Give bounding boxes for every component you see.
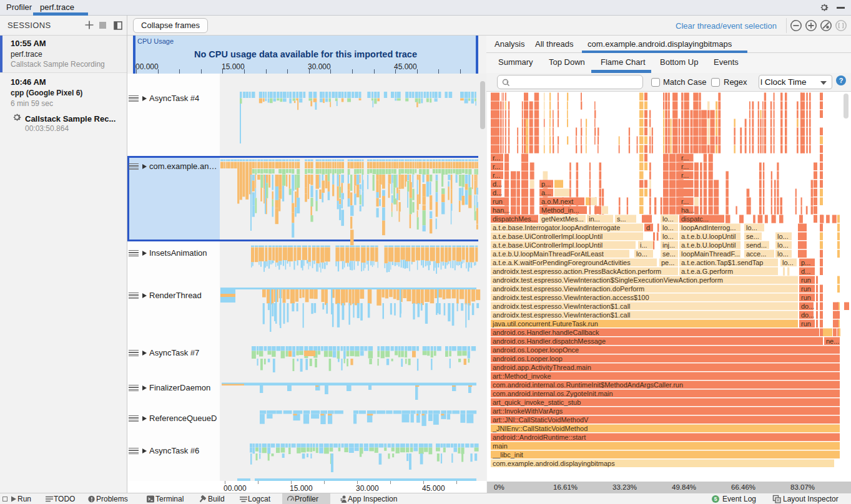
svg-text:run: run — [493, 198, 503, 205]
svg-text:run: run — [801, 294, 811, 301]
svg-text:r...: r... — [681, 172, 689, 179]
svg-text:send...: send... — [746, 241, 767, 249]
svg-text:a.t.e.action.Tap$1.sendTap: a.t.e.action.Tap$1.sendTap — [681, 259, 763, 266]
svg-text:lo...: lo... — [777, 233, 789, 240]
svg-text:a.o.M.next: a.o.M.next — [541, 198, 573, 205]
svg-text:loopAndInterrog...: loopAndInterrog... — [681, 224, 735, 231]
svg-text:androidx.test.espresso.ViewInt: androidx.test.espresso.ViewInteraction$1… — [493, 311, 631, 319]
svg-text:lo...: lo... — [746, 224, 757, 231]
svg-text:com.example.android.displaying: com.example.android.displayingbitmaps — [493, 460, 615, 467]
svg-text:a.t.e.base.UiControllerImpl.lo: a.t.e.base.UiControllerImpl.loopUntil — [493, 233, 603, 240]
svg-text:android.os.Handler.dispatchMes: android.os.Handler.dispatchMessage — [493, 337, 606, 345]
svg-text:a.t.e.b.U.loopUntil: a.t.e.b.U.loopUntil — [681, 233, 735, 240]
svg-text:in...: in... — [589, 215, 600, 223]
svg-text:5: 5 — [714, 496, 717, 502]
svg-text:run: run — [801, 285, 811, 293]
svg-text:d...: d... — [493, 189, 502, 196]
svg-text:art::Method_invoke: art::Method_invoke — [493, 372, 551, 380]
svg-text:getNextMes...: getNextMes... — [541, 215, 584, 223]
svg-text:ne...: ne... — [826, 337, 839, 345]
svg-text:androidx.test.espresso.ViewInt: androidx.test.espresso.ViewInteraction.d… — [493, 285, 644, 293]
svg-text:acce...: acce... — [746, 250, 766, 258]
svg-text:java.util.concurrent.FutureTas: java.util.concurrent.FutureTask.run — [492, 320, 598, 327]
svg-text:androidx.test.espresso.action.: androidx.test.espresso.action.PressBackA… — [493, 268, 661, 275]
svg-text:a.t.e.a.K.waitForPendingForegr: a.t.e.a.K.waitForPendingForegroundActivi… — [493, 259, 631, 266]
svg-text:__libc_init: __libc_init — [492, 451, 523, 458]
svg-text:lo...: lo... — [662, 224, 674, 231]
svg-text:r...: r... — [493, 154, 500, 162]
svg-text:se...: se... — [746, 233, 759, 240]
svg-text:_JNIEnv::CallStaticVoidMethod: _JNIEnv::CallStaticVoidMethod — [492, 425, 588, 432]
svg-text:lo...: lo... — [782, 259, 794, 266]
svg-text:p...: p... — [801, 259, 810, 266]
svg-text:dispatc...: dispatc... — [681, 215, 709, 223]
svg-text:com.android.internal.os.Runtim: com.android.internal.os.RuntimeInit$Meth… — [493, 381, 683, 389]
svg-text:do...: do... — [801, 303, 814, 310]
svg-text:android.app.ActivityThread.mai: android.app.ActivityThread.main — [493, 364, 591, 371]
svg-text:art::JNI::CallStaticVoidMethod: art::JNI::CallStaticVoidMethodV — [493, 416, 589, 424]
svg-text:ha...: ha... — [681, 206, 694, 214]
svg-text:do...: do... — [801, 311, 814, 319]
svg-text:android.os.Handler.handleCallb: android.os.Handler.handleCallback — [493, 329, 599, 336]
svg-text:a.t.e.b.U.loopUntil: a.t.e.b.U.loopUntil — [681, 241, 735, 249]
svg-text:android.os.Looper.loopOnce: android.os.Looper.loopOnce — [493, 346, 579, 354]
svg-text:run: run — [801, 276, 811, 284]
svg-text:art_quick_invoke_static_stub: art_quick_invoke_static_stub — [493, 399, 581, 406]
svg-text:android.os.Looper.loop: android.os.Looper.loop — [493, 355, 563, 362]
svg-text:a.t.e.base.Interrogator.loopAn: a.t.e.base.Interrogator.loopAndInterroga… — [493, 224, 620, 231]
svg-text:lo...: lo... — [662, 215, 674, 223]
svg-text:s...: s... — [617, 215, 626, 223]
svg-text:i...: i... — [640, 241, 647, 249]
svg-text:a.t.e.base.UiControllerImpl.lo: a.t.e.base.UiControllerImpl.loopUntil — [493, 241, 603, 249]
svg-text:dispatchMes...: dispatchMes... — [493, 215, 537, 223]
svg-text:main: main — [493, 442, 508, 450]
svg-text:loopMainThreadF...: loopMainThreadF... — [681, 250, 740, 258]
svg-text:lo...: lo... — [777, 241, 789, 249]
svg-text:d...: d... — [801, 268, 810, 275]
svg-text:se...: se... — [662, 250, 676, 258]
svg-text:lo...: lo... — [636, 250, 647, 258]
svg-text:androidx.test.espresso.ViewInt: androidx.test.espresso.ViewInteraction.a… — [493, 294, 649, 301]
svg-text:r...: r... — [681, 154, 689, 162]
svg-text:d...: d... — [493, 180, 502, 188]
svg-text:run: run — [801, 320, 811, 327]
svg-text:d: d — [646, 224, 650, 231]
svg-text:androidx.test.espresso.ViewInt: androidx.test.espresso.ViewInteraction$S… — [493, 276, 723, 284]
svg-text:art::InvokeWithVarArgs: art::InvokeWithVarArgs — [493, 407, 563, 415]
svg-text:com.android.internal.os.Zygote: com.android.internal.os.ZygoteInit.main — [493, 390, 613, 397]
svg-text:p...: p... — [541, 180, 551, 188]
svg-text:r...: r... — [493, 163, 500, 170]
svg-text:r...: r... — [681, 198, 689, 205]
svg-text:a.t.e.b.U.loopMainThreadForAtL: a.t.e.b.U.loopMainThreadForAtLeast — [493, 250, 604, 258]
svg-text:lo...: lo... — [777, 250, 789, 258]
svg-text:a.t.e.a.G.perform: a.t.e.a.G.perform — [681, 268, 733, 275]
svg-text:r...: r... — [493, 172, 500, 179]
svg-text:han...: han... — [493, 206, 510, 214]
svg-text:Method_in...: Method_in... — [541, 206, 579, 214]
svg-text:a...: a... — [541, 189, 551, 196]
svg-text:inj...: inj... — [662, 241, 675, 249]
svg-text:lo...: lo... — [662, 233, 674, 240]
svg-text:r...: r... — [681, 163, 689, 170]
svg-text:android::AndroidRuntime::start: android::AndroidRuntime::start — [493, 434, 586, 441]
svg-text:androidx.test.espresso.ViewInt: androidx.test.espresso.ViewInteraction$1… — [493, 303, 631, 310]
svg-text:pe...: pe... — [661, 259, 674, 266]
